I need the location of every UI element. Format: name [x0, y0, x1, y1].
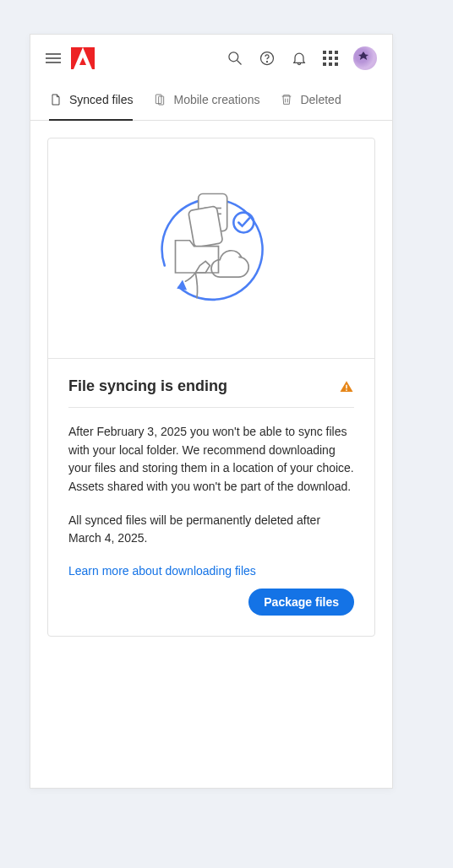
svg-rect-12: [188, 206, 223, 247]
svg-rect-15: [346, 389, 347, 391]
menu-icon[interactable]: [46, 53, 61, 63]
help-icon[interactable]: [259, 50, 276, 67]
card-body: File syncing is ending After February 3,…: [48, 358, 374, 636]
main-area: File syncing is ending After February 3,…: [30, 121, 392, 788]
header-right: [226, 46, 377, 70]
svg-point-0: [229, 52, 238, 62]
learn-more-link[interactable]: Learn more about downloading files: [68, 564, 256, 578]
tab-label: Synced files: [69, 93, 133, 106]
svg-line-1: [237, 61, 242, 65]
notice-paragraph-1: After February 3, 2025 you won't be able…: [68, 423, 354, 496]
tab-deleted[interactable]: Deleted: [280, 82, 341, 121]
tab-mobile-creations[interactable]: Mobile creations: [153, 82, 259, 121]
notice-paragraph-2: All synced files will be permanently del…: [68, 512, 354, 548]
bell-icon[interactable]: [291, 50, 308, 67]
package-files-button[interactable]: Package files: [248, 589, 354, 616]
card-title: File syncing is ending: [68, 377, 227, 395]
tab-label: Mobile creations: [173, 93, 259, 106]
notice-card: File syncing is ending After February 3,…: [47, 138, 375, 637]
avatar[interactable]: [353, 46, 377, 70]
apps-icon[interactable]: [323, 51, 338, 66]
card-footer: Package files: [68, 589, 354, 616]
top-header: [30, 35, 392, 82]
card-text: After February 3, 2025 you won't be able…: [68, 423, 354, 548]
svg-rect-14: [346, 384, 347, 388]
card-header: File syncing is ending: [68, 377, 354, 408]
warning-icon: [339, 379, 354, 394]
svg-point-13: [233, 213, 254, 233]
app-window: Synced files Mobile creations Deleted: [30, 34, 393, 789]
tab-synced-files[interactable]: Synced files: [49, 82, 133, 121]
tab-label: Deleted: [300, 93, 341, 106]
file-icon: [49, 92, 63, 107]
tabs: Synced files Mobile creations Deleted: [30, 82, 392, 121]
header-left: [46, 47, 95, 69]
search-icon[interactable]: [226, 50, 243, 67]
trash-icon: [280, 92, 293, 107]
illustration: [48, 138, 374, 358]
mobile-icon: [153, 92, 166, 107]
adobe-logo[interactable]: [71, 47, 95, 69]
svg-point-3: [267, 62, 268, 62]
